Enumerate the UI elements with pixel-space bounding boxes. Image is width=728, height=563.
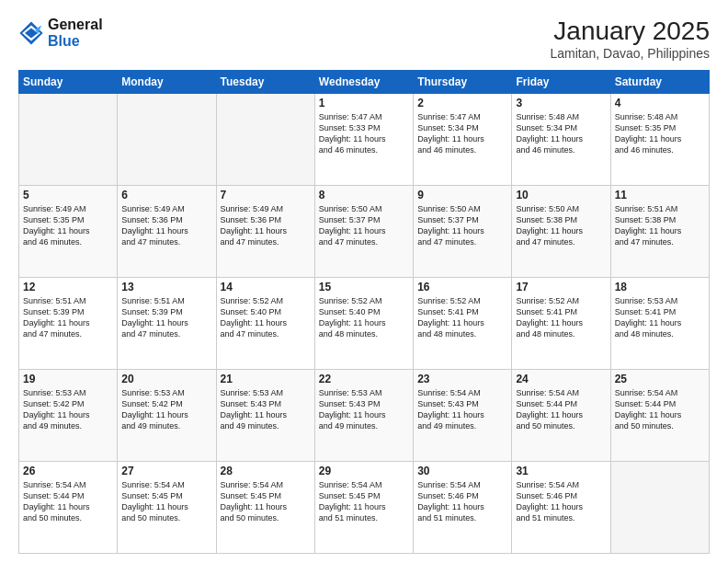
day-info: Sunrise: 5:50 AM Sunset: 5:37 PM Dayligh… — [417, 203, 507, 248]
day-info: Sunrise: 5:49 AM Sunset: 5:35 PM Dayligh… — [23, 203, 113, 248]
table-row: 17Sunrise: 5:52 AM Sunset: 5:41 PM Dayli… — [512, 278, 610, 370]
table-row: 21Sunrise: 5:53 AM Sunset: 5:43 PM Dayli… — [216, 370, 314, 462]
day-info: Sunrise: 5:54 AM Sunset: 5:43 PM Dayligh… — [417, 387, 507, 432]
day-number: 10 — [516, 189, 606, 201]
day-info: Sunrise: 5:54 AM Sunset: 5:45 PM Dayligh… — [319, 479, 409, 524]
day-number: 28 — [221, 465, 311, 477]
day-number: 11 — [615, 189, 705, 201]
day-info: Sunrise: 5:49 AM Sunset: 5:36 PM Dayligh… — [221, 203, 311, 248]
day-number: 16 — [417, 281, 507, 293]
day-info: Sunrise: 5:54 AM Sunset: 5:44 PM Dayligh… — [516, 387, 606, 432]
table-row: 7Sunrise: 5:49 AM Sunset: 5:36 PM Daylig… — [216, 186, 314, 278]
day-number: 29 — [319, 465, 409, 477]
weekday-header-row: Sunday Monday Tuesday Wednesday Thursday… — [19, 71, 710, 94]
calendar-table: Sunday Monday Tuesday Wednesday Thursday… — [18, 70, 710, 554]
day-info: Sunrise: 5:52 AM Sunset: 5:40 PM Dayligh… — [319, 295, 409, 340]
day-number: 31 — [516, 465, 606, 477]
table-row: 26Sunrise: 5:54 AM Sunset: 5:44 PM Dayli… — [19, 462, 118, 554]
header: General Blue January 2025 Lamitan, Davao… — [18, 17, 710, 61]
day-number: 12 — [23, 281, 113, 293]
day-number: 23 — [417, 373, 507, 385]
day-number: 4 — [615, 97, 705, 109]
table-row: 12Sunrise: 5:51 AM Sunset: 5:39 PM Dayli… — [19, 278, 118, 370]
day-info: Sunrise: 5:50 AM Sunset: 5:38 PM Dayligh… — [516, 203, 606, 248]
table-row: 5Sunrise: 5:49 AM Sunset: 5:35 PM Daylig… — [19, 186, 118, 278]
header-friday: Friday — [512, 71, 610, 94]
day-number: 9 — [417, 189, 507, 201]
day-info: Sunrise: 5:48 AM Sunset: 5:34 PM Dayligh… — [516, 111, 606, 156]
title-block: January 2025 Lamitan, Davao, Philippines — [550, 17, 710, 61]
table-row: 9Sunrise: 5:50 AM Sunset: 5:37 PM Daylig… — [414, 186, 512, 278]
table-row — [216, 94, 314, 186]
day-info: Sunrise: 5:53 AM Sunset: 5:43 PM Dayligh… — [319, 387, 409, 432]
table-row: 28Sunrise: 5:54 AM Sunset: 5:45 PM Dayli… — [216, 462, 314, 554]
table-row: 2Sunrise: 5:47 AM Sunset: 5:34 PM Daylig… — [414, 94, 512, 186]
day-info: Sunrise: 5:54 AM Sunset: 5:46 PM Dayligh… — [417, 479, 507, 524]
day-info: Sunrise: 5:52 AM Sunset: 5:41 PM Dayligh… — [417, 295, 507, 340]
day-number: 13 — [121, 281, 211, 293]
table-row: 25Sunrise: 5:54 AM Sunset: 5:44 PM Dayli… — [610, 370, 709, 462]
day-number: 2 — [417, 97, 507, 109]
table-row: 29Sunrise: 5:54 AM Sunset: 5:45 PM Dayli… — [314, 462, 413, 554]
day-info: Sunrise: 5:54 AM Sunset: 5:45 PM Dayligh… — [221, 479, 311, 524]
day-number: 18 — [615, 281, 705, 293]
table-row — [19, 94, 118, 186]
day-info: Sunrise: 5:51 AM Sunset: 5:39 PM Dayligh… — [121, 295, 211, 340]
day-number: 22 — [319, 373, 409, 385]
table-row: 1Sunrise: 5:47 AM Sunset: 5:33 PM Daylig… — [314, 94, 413, 186]
table-row: 10Sunrise: 5:50 AM Sunset: 5:38 PM Dayli… — [512, 186, 610, 278]
table-row: 6Sunrise: 5:49 AM Sunset: 5:36 PM Daylig… — [118, 186, 216, 278]
table-row: 24Sunrise: 5:54 AM Sunset: 5:44 PM Dayli… — [512, 370, 610, 462]
day-info: Sunrise: 5:54 AM Sunset: 5:44 PM Dayligh… — [615, 387, 705, 432]
day-info: Sunrise: 5:54 AM Sunset: 5:44 PM Dayligh… — [23, 479, 113, 524]
week-row-5: 26Sunrise: 5:54 AM Sunset: 5:44 PM Dayli… — [19, 462, 710, 554]
day-number: 5 — [23, 189, 113, 201]
table-row: 15Sunrise: 5:52 AM Sunset: 5:40 PM Dayli… — [314, 278, 413, 370]
logo: General Blue — [18, 17, 103, 50]
day-info: Sunrise: 5:52 AM Sunset: 5:41 PM Dayligh… — [516, 295, 606, 340]
logo-icon — [18, 20, 44, 46]
header-sunday: Sunday — [19, 71, 118, 94]
day-number: 15 — [319, 281, 409, 293]
week-row-3: 12Sunrise: 5:51 AM Sunset: 5:39 PM Dayli… — [19, 278, 710, 370]
day-info: Sunrise: 5:51 AM Sunset: 5:39 PM Dayligh… — [23, 295, 113, 340]
logo-text: General Blue — [48, 17, 103, 50]
day-info: Sunrise: 5:53 AM Sunset: 5:41 PM Dayligh… — [615, 295, 705, 340]
table-row: 31Sunrise: 5:54 AM Sunset: 5:46 PM Dayli… — [512, 462, 610, 554]
day-info: Sunrise: 5:48 AM Sunset: 5:35 PM Dayligh… — [615, 111, 705, 156]
day-number: 27 — [121, 465, 211, 477]
day-info: Sunrise: 5:50 AM Sunset: 5:37 PM Dayligh… — [319, 203, 409, 248]
table-row: 23Sunrise: 5:54 AM Sunset: 5:43 PM Dayli… — [414, 370, 512, 462]
month-title: January 2025 — [550, 17, 710, 46]
day-info: Sunrise: 5:53 AM Sunset: 5:42 PM Dayligh… — [121, 387, 211, 432]
table-row: 22Sunrise: 5:53 AM Sunset: 5:43 PM Dayli… — [314, 370, 413, 462]
day-number: 17 — [516, 281, 606, 293]
table-row: 30Sunrise: 5:54 AM Sunset: 5:46 PM Dayli… — [414, 462, 512, 554]
day-info: Sunrise: 5:47 AM Sunset: 5:34 PM Dayligh… — [417, 111, 507, 156]
table-row: 20Sunrise: 5:53 AM Sunset: 5:42 PM Dayli… — [118, 370, 216, 462]
day-number: 6 — [121, 189, 211, 201]
table-row: 27Sunrise: 5:54 AM Sunset: 5:45 PM Dayli… — [118, 462, 216, 554]
table-row: 8Sunrise: 5:50 AM Sunset: 5:37 PM Daylig… — [314, 186, 413, 278]
day-number: 14 — [221, 281, 311, 293]
header-monday: Monday — [118, 71, 216, 94]
day-info: Sunrise: 5:49 AM Sunset: 5:36 PM Dayligh… — [121, 203, 211, 248]
week-row-2: 5Sunrise: 5:49 AM Sunset: 5:35 PM Daylig… — [19, 186, 710, 278]
day-number: 3 — [516, 97, 606, 109]
page: General Blue January 2025 Lamitan, Davao… — [0, 0, 728, 563]
day-info: Sunrise: 5:54 AM Sunset: 5:46 PM Dayligh… — [516, 479, 606, 524]
day-info: Sunrise: 5:53 AM Sunset: 5:42 PM Dayligh… — [23, 387, 113, 432]
day-info: Sunrise: 5:52 AM Sunset: 5:40 PM Dayligh… — [221, 295, 311, 340]
day-number: 26 — [23, 465, 113, 477]
day-number: 7 — [221, 189, 311, 201]
table-row: 4Sunrise: 5:48 AM Sunset: 5:35 PM Daylig… — [610, 94, 709, 186]
day-number: 8 — [319, 189, 409, 201]
day-number: 30 — [417, 465, 507, 477]
table-row: 18Sunrise: 5:53 AM Sunset: 5:41 PM Dayli… — [610, 278, 709, 370]
day-info: Sunrise: 5:47 AM Sunset: 5:33 PM Dayligh… — [319, 111, 409, 156]
table-row: 14Sunrise: 5:52 AM Sunset: 5:40 PM Dayli… — [216, 278, 314, 370]
table-row — [610, 462, 709, 554]
day-info: Sunrise: 5:53 AM Sunset: 5:43 PM Dayligh… — [221, 387, 311, 432]
header-tuesday: Tuesday — [216, 71, 314, 94]
table-row: 11Sunrise: 5:51 AM Sunset: 5:38 PM Dayli… — [610, 186, 709, 278]
